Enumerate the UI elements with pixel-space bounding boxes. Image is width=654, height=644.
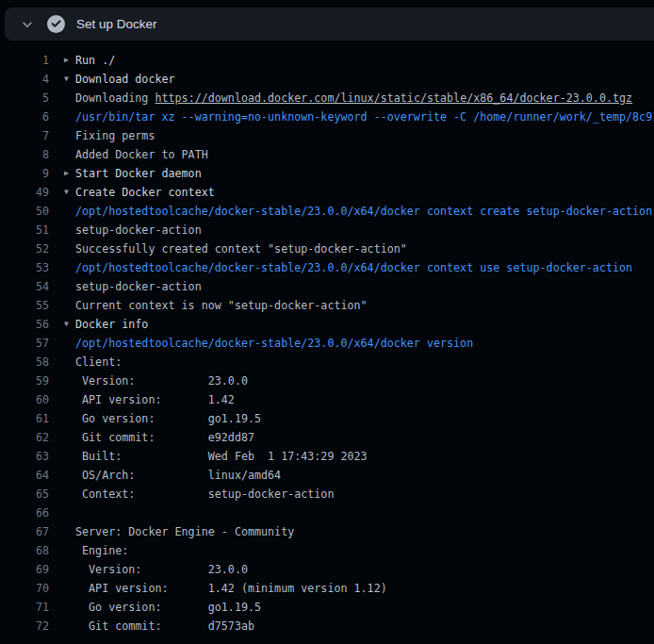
log-line: 8Added Docker to PATH (0, 145, 654, 164)
log-text: Client: (75, 353, 122, 372)
group-title[interactable]: Docker info (75, 315, 148, 334)
arrow-spacer (64, 390, 75, 409)
line-number[interactable]: 67 (0, 522, 49, 541)
log-line: 55Current context is now "setup-docker-a… (0, 296, 654, 315)
log-line: 57/opt/hostedtoolcache/docker-stable/23.… (0, 334, 654, 353)
arrow-spacer (64, 579, 75, 598)
group-title[interactable]: Start Docker daemon (75, 164, 202, 183)
command-text: /opt/hostedtoolcache/docker-stable/23.0.… (75, 258, 632, 277)
line-number[interactable]: 68 (0, 541, 49, 560)
step-title: Set up Docker (76, 17, 157, 31)
command-text: /opt/hostedtoolcache/docker-stable/23.0.… (75, 334, 473, 353)
log-text: Go version: go1.19.5 (75, 409, 261, 428)
arrow-spacer (64, 277, 75, 296)
line-number[interactable]: 62 (0, 428, 49, 447)
arrow-spacer (64, 202, 75, 221)
log-line: 4▼Download docker (0, 70, 654, 89)
line-number[interactable]: 66 (0, 504, 49, 522)
line-number[interactable]: 56 (0, 315, 49, 334)
line-number[interactable]: 5 (0, 89, 49, 107)
line-number[interactable]: 55 (0, 296, 49, 315)
command-text: /usr/bin/tar xz --warning=no-unknown-key… (75, 107, 654, 126)
arrow-spacer (64, 334, 75, 353)
triangle-down-icon[interactable]: ▼ (64, 315, 75, 334)
arrow-spacer (64, 107, 75, 126)
log-text: Added Docker to PATH (75, 145, 208, 164)
log-line: 71 Go version: go1.19.5 (0, 598, 654, 617)
line-number[interactable]: 6 (0, 107, 49, 126)
arrow-spacer (64, 409, 75, 428)
log-line: 62 Git commit: e92dd87 (0, 428, 654, 447)
triangle-right-icon[interactable]: ▶ (64, 51, 75, 70)
line-number[interactable]: 64 (0, 466, 49, 485)
log-text: Successfully created context "setup-dock… (75, 239, 407, 258)
log-text: Version: 23.0.0 (75, 560, 248, 579)
log-line: 7Fixing perms (0, 126, 654, 145)
line-number[interactable]: 52 (0, 239, 49, 258)
log-line: 49▼Create Docker context (0, 183, 654, 202)
triangle-right-icon[interactable]: ▶ (64, 164, 75, 183)
arrow-spacer (64, 466, 75, 485)
line-number[interactable]: 51 (0, 221, 49, 239)
group-title[interactable]: Download docker (75, 70, 175, 89)
log-text: Current context is now "setup-docker-act… (75, 296, 368, 315)
arrow-spacer (64, 560, 75, 579)
log-line: 58Client: (0, 353, 654, 372)
line-number[interactable]: 50 (0, 202, 49, 221)
log-text: Engine: (75, 541, 128, 560)
log-line: 65 Context: setup-docker-action (0, 485, 654, 504)
log-line: 72 Git commit: d7573ab (0, 617, 654, 636)
arrow-spacer (64, 617, 75, 636)
line-number[interactable]: 59 (0, 372, 49, 390)
log-text: Git commit: d7573ab (75, 617, 254, 636)
line-number[interactable]: 69 (0, 560, 49, 579)
log-line: 63 Built: Wed Feb 1 17:43:29 2023 (0, 447, 654, 466)
line-number[interactable]: 63 (0, 447, 49, 466)
arrow-spacer (64, 89, 75, 107)
group-title[interactable]: Run ./ (75, 51, 115, 70)
arrow-spacer (64, 126, 75, 145)
line-number[interactable]: 72 (0, 617, 49, 636)
line-number[interactable]: 1 (0, 51, 49, 70)
line-number[interactable]: 9 (0, 164, 49, 183)
group-title[interactable]: Create Docker context (75, 183, 215, 202)
log-line: 69 Version: 23.0.0 (0, 560, 654, 579)
log-text: Version: 23.0.0 (75, 372, 248, 390)
arrow-spacer (64, 296, 75, 315)
line-number[interactable]: 71 (0, 598, 49, 617)
triangle-down-icon[interactable]: ▼ (64, 183, 75, 202)
log-text: setup-docker-action (75, 277, 202, 296)
arrow-spacer (64, 428, 75, 447)
log-url-link[interactable]: https://download.docker.com/linux/static… (155, 89, 632, 107)
line-number[interactable]: 61 (0, 409, 49, 428)
line-number[interactable]: 4 (0, 70, 49, 89)
log-line: 66 (0, 504, 654, 522)
log-line: 68 Engine: (0, 541, 654, 560)
triangle-down-icon[interactable]: ▼ (64, 70, 75, 89)
arrow-spacer (64, 145, 75, 164)
line-number[interactable]: 70 (0, 579, 49, 598)
line-number[interactable]: 65 (0, 485, 49, 504)
log-line: 61 Go version: go1.19.5 (0, 409, 654, 428)
line-number[interactable]: 54 (0, 277, 49, 296)
log-line: 53/opt/hostedtoolcache/docker-stable/23.… (0, 258, 654, 277)
log-text: API version: 1.42 (minimum version 1.12) (75, 579, 387, 598)
arrow-spacer (64, 221, 75, 239)
line-number[interactable]: 49 (0, 183, 49, 202)
line-number[interactable]: 60 (0, 390, 49, 409)
line-number[interactable]: 7 (0, 126, 49, 145)
line-number[interactable]: 57 (0, 334, 49, 353)
log-line: 67Server: Docker Engine - Community (0, 522, 654, 541)
log-line: 52Successfully created context "setup-do… (0, 239, 654, 258)
log-text: API version: 1.42 (75, 390, 235, 409)
line-number[interactable]: 58 (0, 353, 49, 372)
line-number[interactable]: 53 (0, 258, 49, 277)
log-text: Built: Wed Feb 1 17:43:29 2023 (75, 447, 368, 466)
log-line: 9▶Start Docker daemon (0, 164, 654, 183)
arrow-spacer (64, 353, 75, 372)
arrow-spacer (64, 598, 75, 617)
line-number[interactable]: 8 (0, 145, 49, 164)
log-line: 6/usr/bin/tar xz --warning=no-unknown-ke… (0, 107, 654, 126)
step-header[interactable]: Set up Docker (5, 8, 654, 41)
chevron-down-icon[interactable] (20, 17, 35, 32)
